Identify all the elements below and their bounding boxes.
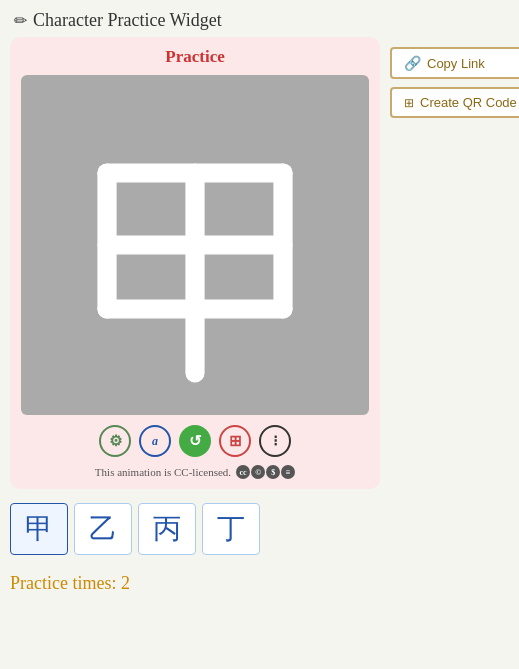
attribution-button[interactable]: a <box>139 425 171 457</box>
practice-card: Practice ⚙ <box>10 37 380 489</box>
cc-license: This animation is CC-licensed. cc © $ ≡ <box>20 465 370 479</box>
copy-link-button[interactable]: 🔗 Copy Link <box>390 47 519 79</box>
pencil-icon: ✏ <box>14 11 27 30</box>
link-icon: 🔗 <box>404 55 421 71</box>
char-box-1[interactable]: 乙 <box>74 503 132 555</box>
char-box-0[interactable]: 甲 <box>10 503 68 555</box>
settings-icon: ⚙ <box>109 432 122 450</box>
replay-icon: ↺ <box>189 432 202 450</box>
controls-row: ⚙ a ↺ ⊞ ⁝ <box>20 425 370 457</box>
settings-button[interactable]: ⚙ <box>99 425 131 457</box>
create-qr-button[interactable]: ⊞ Create QR Code <box>390 87 519 118</box>
qr-icon: ⊞ <box>404 96 414 110</box>
char-selector: 甲乙丙丁 <box>0 489 519 565</box>
grid-icon: ⊞ <box>229 432 242 450</box>
page-title: ✏ Character Practice Widget <box>0 0 519 37</box>
more-button[interactable]: ⁝ <box>259 425 291 457</box>
replay-button[interactable]: ↺ <box>179 425 211 457</box>
character-display <box>21 75 369 415</box>
title-text: Character Practice Widget <box>33 10 222 31</box>
grid-button[interactable]: ⊞ <box>219 425 251 457</box>
cc-text: This animation is CC-licensed. <box>95 466 231 478</box>
sidebar: 🔗 Copy Link ⊞ Create QR Code <box>390 37 519 118</box>
cc-icons: cc © $ ≡ <box>236 465 295 479</box>
char-box-2[interactable]: 丙 <box>138 503 196 555</box>
practice-times-value: 2 <box>121 573 130 593</box>
create-qr-label: Create QR Code <box>420 95 517 110</box>
practice-card-title: Practice <box>20 47 370 67</box>
practice-times-row: Practice times: 2 <box>0 565 519 602</box>
char-box-3[interactable]: 丁 <box>202 503 260 555</box>
practice-times-label: Practice times: <box>10 573 116 593</box>
attribution-icon: a <box>152 434 158 449</box>
more-icon: ⁝ <box>273 432 278 450</box>
copy-link-label: Copy Link <box>427 56 485 71</box>
